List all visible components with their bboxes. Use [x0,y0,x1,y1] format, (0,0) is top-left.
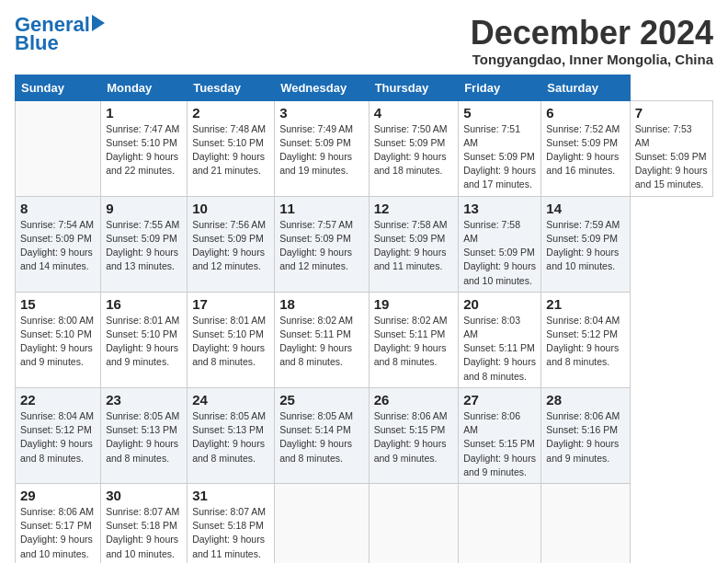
calendar-cell [275,483,370,563]
day-detail: Sunrise: 8:05 AMSunset: 5:13 PMDaylight:… [192,410,266,464]
day-detail: Sunrise: 7:58 AMSunset: 5:09 PMDaylight:… [374,219,448,272]
day-detail: Sunrise: 8:02 AMSunset: 5:11 PMDaylight:… [374,315,448,368]
day-number: 9 [106,201,182,216]
calendar-cell: 9 Sunrise: 7:55 AMSunset: 5:09 PMDayligh… [101,196,188,292]
title-block: December 2024 Tongyangdao, Inner Mongoli… [471,15,713,67]
day-number: 20 [463,296,536,312]
calendar-cell: 17 Sunrise: 8:01 AMSunset: 5:10 PMDaylig… [188,292,275,387]
calendar-cell: 7 Sunrise: 7:53 AMSunset: 5:09 PMDayligh… [630,100,712,196]
calendar-cell: 15 Sunrise: 8:00 AMSunset: 5:10 PMDaylig… [16,292,101,387]
col-header-monday: Monday [101,75,188,100]
day-detail: Sunrise: 8:06 AMSunset: 5:15 PMDaylight:… [463,410,536,477]
day-number: 17 [192,296,269,312]
day-detail: Sunrise: 7:59 AMSunset: 5:09 PMDaylight:… [546,219,620,272]
day-detail: Sunrise: 8:06 AMSunset: 5:17 PMDaylight:… [20,506,94,559]
day-number: 5 [463,105,536,121]
day-number: 8 [20,201,96,216]
calendar-cell: 30 Sunrise: 8:07 AMSunset: 5:18 PMDaylig… [101,483,188,563]
calendar-cell: 10 Sunrise: 7:56 AMSunset: 5:09 PMDaylig… [188,196,275,292]
calendar-cell [459,483,541,563]
col-header-saturday: Saturday [541,75,630,100]
day-detail: Sunrise: 7:47 AMSunset: 5:10 PMDaylight:… [106,123,179,177]
day-detail: Sunrise: 8:05 AMSunset: 5:13 PMDaylight:… [106,410,179,464]
day-detail: Sunrise: 7:53 AMSunset: 5:09 PMDaylight:… [635,123,708,190]
day-detail: Sunrise: 7:57 AMSunset: 5:09 PMDaylight:… [279,219,353,272]
day-number: 7 [635,105,708,121]
calendar-cell: 25 Sunrise: 8:05 AMSunset: 5:14 PMDaylig… [275,387,370,483]
calendar-cell: 24 Sunrise: 8:05 AMSunset: 5:13 PMDaylig… [188,387,275,483]
day-number: 3 [279,105,364,121]
day-number: 2 [192,105,269,121]
day-number: 21 [546,296,624,312]
calendar-week-4: 29 Sunrise: 8:06 AMSunset: 5:17 PMDaylig… [16,483,713,563]
day-number: 15 [20,296,96,312]
calendar-header: SundayMondayTuesdayWednesdayThursdayFrid… [16,75,713,100]
calendar-week-0: 1 Sunrise: 7:47 AMSunset: 5:10 PMDayligh… [16,100,713,196]
calendar-cell: 28 Sunrise: 8:06 AMSunset: 5:16 PMDaylig… [541,387,630,483]
day-detail: Sunrise: 8:04 AMSunset: 5:12 PMDaylight:… [20,410,94,464]
day-detail: Sunrise: 8:04 AMSunset: 5:12 PMDaylight:… [546,315,620,368]
calendar-cell: 23 Sunrise: 8:05 AMSunset: 5:13 PMDaylig… [101,387,188,483]
day-number: 31 [192,488,269,503]
col-header-sunday: Sunday [16,75,101,100]
day-number: 23 [106,392,182,408]
day-detail: Sunrise: 7:49 AMSunset: 5:09 PMDaylight:… [279,123,353,177]
day-number: 30 [106,488,182,503]
day-detail: Sunrise: 7:56 AMSunset: 5:09 PMDaylight:… [192,219,266,272]
day-number: 6 [546,105,624,121]
calendar-cell: 26 Sunrise: 8:06 AMSunset: 5:15 PMDaylig… [369,387,458,483]
day-detail: Sunrise: 8:07 AMSunset: 5:18 PMDaylight:… [106,506,179,559]
calendar-cell: 20 Sunrise: 8:03 AMSunset: 5:11 PMDaylig… [459,292,541,387]
day-number: 26 [374,392,453,408]
location: Tongyangdao, Inner Mongolia, China [471,52,713,67]
calendar-week-3: 22 Sunrise: 8:04 AMSunset: 5:12 PMDaylig… [16,387,713,483]
day-detail: Sunrise: 8:06 AMSunset: 5:16 PMDaylight:… [546,410,620,464]
day-detail: Sunrise: 7:51 AMSunset: 5:09 PMDaylight:… [463,123,536,190]
day-number: 25 [279,392,364,408]
day-detail: Sunrise: 8:05 AMSunset: 5:14 PMDaylight:… [279,410,353,464]
calendar-cell: 18 Sunrise: 8:02 AMSunset: 5:11 PMDaylig… [275,292,370,387]
calendar-cell [541,483,630,563]
col-header-friday: Friday [459,75,541,100]
day-number: 10 [192,201,269,216]
page-header: General Blue December 2024 Tongyangdao, … [15,15,713,67]
day-number: 1 [106,105,182,121]
day-number: 27 [463,392,536,408]
calendar-cell: 19 Sunrise: 8:02 AMSunset: 5:11 PMDaylig… [369,292,458,387]
calendar-cell: 1 Sunrise: 7:47 AMSunset: 5:10 PMDayligh… [101,100,188,196]
calendar-cell [369,483,458,563]
col-header-thursday: Thursday [369,75,458,100]
day-detail: Sunrise: 8:01 AMSunset: 5:10 PMDaylight:… [106,315,179,368]
day-number: 16 [106,296,182,312]
day-number: 18 [279,296,364,312]
logo: General Blue [15,15,105,53]
calendar-cell: 21 Sunrise: 8:04 AMSunset: 5:12 PMDaylig… [541,292,630,387]
calendar-cell: 6 Sunrise: 7:52 AMSunset: 5:09 PMDayligh… [541,100,630,196]
col-header-wednesday: Wednesday [275,75,370,100]
day-detail: Sunrise: 8:03 AMSunset: 5:11 PMDaylight:… [463,315,536,382]
day-number: 12 [374,201,453,216]
calendar-cell: 5 Sunrise: 7:51 AMSunset: 5:09 PMDayligh… [459,100,541,196]
day-number: 14 [546,201,624,216]
logo-text-blue: Blue [15,33,59,53]
calendar-cell: 22 Sunrise: 8:04 AMSunset: 5:12 PMDaylig… [16,387,101,483]
day-number: 29 [20,488,96,503]
day-number: 4 [374,105,453,121]
day-number: 22 [20,392,96,408]
day-detail: Sunrise: 8:00 AMSunset: 5:10 PMDaylight:… [20,315,94,368]
calendar-cell: 2 Sunrise: 7:48 AMSunset: 5:10 PMDayligh… [188,100,275,196]
day-number: 19 [374,296,453,312]
day-detail: Sunrise: 7:50 AMSunset: 5:09 PMDaylight:… [374,123,448,177]
calendar-cell: 3 Sunrise: 7:49 AMSunset: 5:09 PMDayligh… [275,100,370,196]
day-number: 11 [279,201,364,216]
calendar-cell: 29 Sunrise: 8:06 AMSunset: 5:17 PMDaylig… [16,483,101,563]
calendar-cell: 31 Sunrise: 8:07 AMSunset: 5:18 PMDaylig… [188,483,275,563]
calendar-cell: 11 Sunrise: 7:57 AMSunset: 5:09 PMDaylig… [275,196,370,292]
day-detail: Sunrise: 8:07 AMSunset: 5:18 PMDaylight:… [192,506,266,559]
day-detail: Sunrise: 8:01 AMSunset: 5:10 PMDaylight:… [192,315,266,368]
calendar-cell: 8 Sunrise: 7:54 AMSunset: 5:09 PMDayligh… [16,196,101,292]
day-detail: Sunrise: 8:06 AMSunset: 5:15 PMDaylight:… [374,410,448,464]
col-header-tuesday: Tuesday [188,75,275,100]
empty-cell [16,100,101,196]
calendar-cell: 4 Sunrise: 7:50 AMSunset: 5:09 PMDayligh… [369,100,458,196]
